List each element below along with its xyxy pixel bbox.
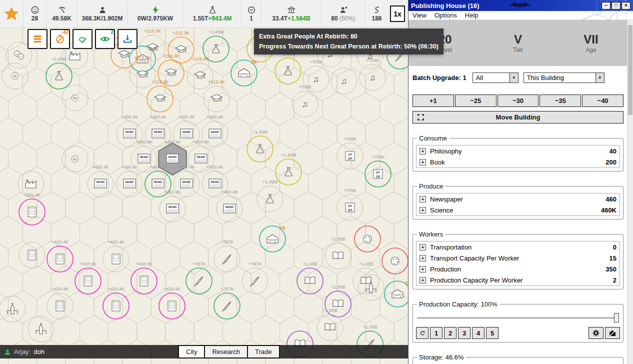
window-content: 20Level VTier VIIAge Batch Upgrade: 1 Al… (408, 20, 628, 364)
batch-target-select[interactable]: This Building ▼ (524, 72, 604, 83)
settings-button[interactable] (588, 327, 604, 339)
scrollbar-thumb[interactable] (628, 25, 632, 115)
map-tile-book[interactable]: +1.00B (325, 236, 351, 269)
map-tile-stamp[interactable]: +420.4K (47, 240, 73, 272)
stat-wonders[interactable]: 186 (365, 0, 388, 28)
stat-money[interactable]: 33.4T+1.564B (261, 0, 321, 28)
window-titlebar[interactable]: Publishing House (16) – □ × (408, 0, 633, 11)
build-menu-button[interactable] (28, 29, 48, 49)
expand-button[interactable]: + (420, 255, 426, 262)
tab-research[interactable]: Research (204, 345, 248, 358)
map-tile-stamp[interactable]: +420.4K (75, 262, 101, 294)
map-tile-music[interactable]: ♫+709K (292, 84, 318, 117)
produce-row-science: + Science 460K (416, 204, 620, 216)
map-tile-palette[interactable] (382, 248, 408, 274)
map-tile-quill[interactable]: +787K (214, 286, 240, 319)
stat-power[interactable]: 0W/2.975KW (127, 0, 183, 28)
hex-map[interactable]: NEWS+460.4KAl+1.45MFe25+215.3K+215.3K+21… (0, 0, 408, 364)
upgrade-to-25-button[interactable]: ~25 (455, 94, 496, 107)
stat-happiness[interactable]: 28 (23, 0, 46, 28)
map-tile-palette[interactable] (354, 226, 380, 252)
population-icon (98, 6, 108, 14)
expand-button[interactable]: + (420, 159, 426, 166)
stat-production[interactable]: 49.58K (46, 0, 77, 28)
tier-label: Tier (482, 46, 554, 54)
import-button[interactable] (118, 29, 138, 49)
map-tile-quill[interactable]: +787K (186, 262, 212, 294)
map-tile-book[interactable]: +1.00B (317, 308, 343, 340)
map-tile-element[interactable]: Al (2, 63, 28, 89)
map-tile-book[interactable]: +1.00B (297, 262, 323, 294)
home-star-button[interactable] (0, 0, 23, 28)
view-button[interactable]: 2 (95, 29, 115, 49)
map-tile-music[interactable]: ♫+709K (360, 58, 386, 90)
map-tile-spqr[interactable]: SPQR+709K (337, 136, 363, 169)
menu-view[interactable]: View (412, 12, 426, 19)
stat-busy-workers[interactable]: 1 (241, 0, 261, 28)
great-people-value: 80 (331, 15, 338, 22)
move-building-button[interactable]: Move Building (412, 111, 624, 124)
game-speed-button[interactable]: 1x (390, 6, 405, 22)
close-button[interactable]: × (622, 2, 630, 10)
wonder-button[interactable] (72, 29, 92, 49)
panel-scrollbar[interactable] (627, 20, 633, 364)
demolish-building-button[interactable] (605, 327, 620, 339)
map-tile-church[interactable] (28, 316, 54, 342)
map-tile-flask[interactable]: +1.45M (275, 52, 301, 84)
selected-tile[interactable]: NEWS+460.4K (158, 140, 186, 175)
tab-city[interactable]: City (178, 345, 205, 358)
expand-button[interactable]: + (420, 277, 426, 284)
menu-options[interactable]: Options (434, 12, 457, 19)
map-tile-quill[interactable]: +787K (214, 240, 240, 272)
slider-handle[interactable] (614, 313, 619, 322)
production-capacity-slider[interactable] (417, 312, 619, 324)
map-tile-house[interactable]: 25 (231, 59, 257, 86)
svg-text:NEWS: NEWS (96, 180, 105, 184)
upgrade-plus1-button[interactable]: +1 (412, 94, 454, 107)
map-tile-flask[interactable]: +1.45M (46, 56, 72, 89)
stat-science[interactable]: 1.55T+943.4M (183, 0, 241, 28)
map-tile-flask[interactable]: +1.45M (247, 130, 273, 162)
batch-scope-select[interactable]: All ▼ (472, 72, 518, 83)
map-tile-news[interactable]: NEWS+460.4K (116, 164, 142, 197)
timer-button[interactable]: -42 (50, 29, 70, 49)
map-tile-spqr[interactable]: SPQR+709K (337, 188, 363, 220)
map-tile-house[interactable]: 25 (384, 280, 408, 307)
preset-3-button[interactable]: 3 (458, 327, 470, 339)
expand-button[interactable]: + (420, 266, 426, 272)
map-tile-stamp[interactable] (19, 242, 45, 268)
upgrade-to-40-button[interactable]: ~40 (582, 94, 624, 107)
map-tile-stamp[interactable]: +420.4K (131, 262, 157, 294)
expand-button[interactable]: + (420, 207, 426, 214)
expand-button[interactable]: + (420, 244, 426, 250)
preset-2-button[interactable]: 2 (444, 327, 456, 339)
map-tile-house[interactable]: 25 (260, 225, 286, 252)
upgrade-to-35-button[interactable]: ~35 (540, 94, 581, 107)
map-tile-element[interactable]: Fe (62, 146, 88, 172)
map-tile-cap[interactable]: +215.3K (147, 80, 173, 112)
maximize-button[interactable]: □ (612, 2, 620, 10)
menu-help[interactable]: Help (465, 12, 478, 19)
production-capacity-section: Production Capacity: 100% 1 2 3 4 5 (412, 300, 624, 342)
tile-output-label: +1.45M (252, 130, 268, 134)
upgrade-to-30-button[interactable]: ~30 (498, 94, 539, 107)
workers-row-production-capacity: + Production Capacity Per Worker 2 (416, 274, 620, 286)
reset-capacity-button[interactable] (416, 327, 428, 339)
map-tile-flask[interactable]: +1.45M (257, 180, 283, 212)
tab-trade[interactable]: Trade (247, 345, 280, 358)
preset-1-button[interactable]: 1 (430, 327, 442, 339)
preset-5-button[interactable]: 5 (486, 327, 498, 339)
expand-button[interactable]: + (420, 196, 426, 202)
svg-text:Fe: Fe (73, 96, 77, 100)
expand-button[interactable]: + (420, 148, 426, 154)
map-tile-stamp[interactable]: +420.4K (159, 286, 185, 319)
minimize-button[interactable]: – (602, 2, 610, 10)
map-tile-cap[interactable]: +215.3K (204, 80, 230, 112)
power-icon (150, 6, 160, 14)
preset-4-button[interactable]: 4 (472, 327, 484, 339)
map-tile-stamp[interactable]: +420.4K (47, 286, 73, 319)
map-tile-element[interactable]: Fe (62, 85, 88, 111)
stat-great-people[interactable]: 80(50%) (321, 0, 365, 28)
tile-output-label: +215.3K (208, 80, 225, 84)
stat-population[interactable]: 368.3K/1.902M (77, 0, 127, 28)
